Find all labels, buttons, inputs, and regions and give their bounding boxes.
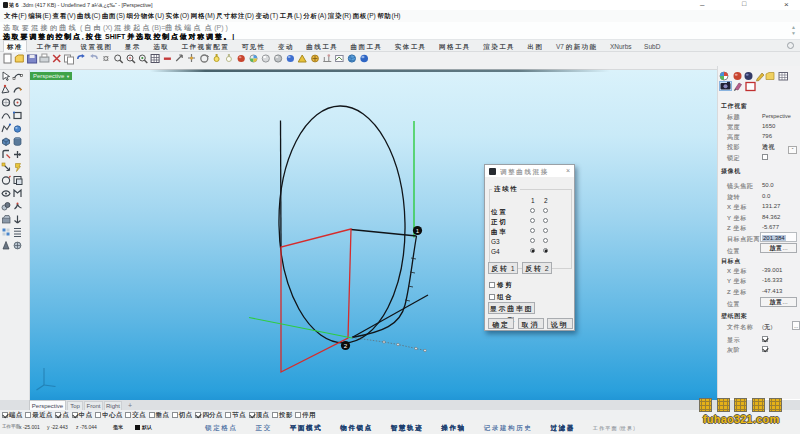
svg-text:1: 1 <box>416 227 420 234</box>
svg-text:2: 2 <box>344 342 348 349</box>
